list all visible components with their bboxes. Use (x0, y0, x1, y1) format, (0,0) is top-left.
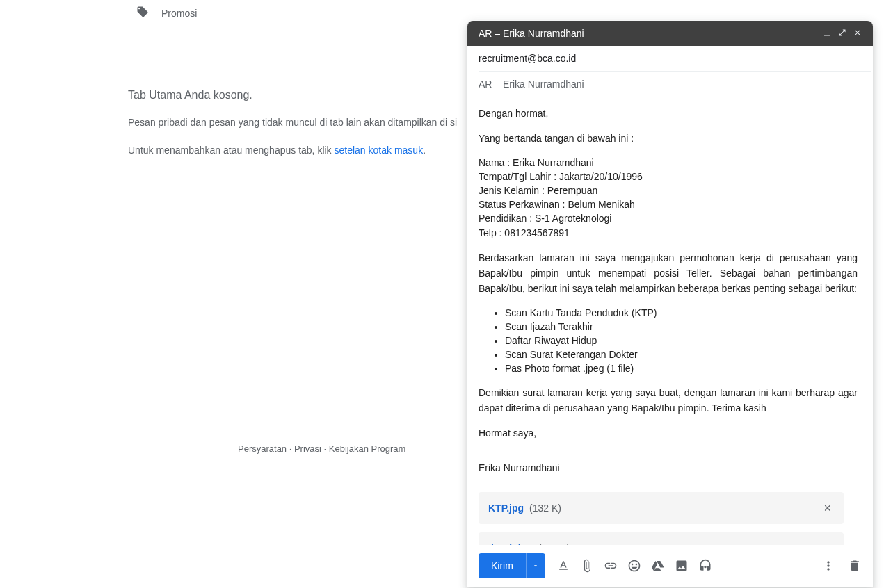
recipients-field[interactable]: recruitment@bca.co.id (479, 46, 871, 72)
message-body[interactable]: Dengan hormat, Yang bertanda tangan di b… (479, 97, 871, 545)
confidential-icon[interactable] (698, 559, 712, 573)
minimize-icon[interactable] (823, 28, 831, 39)
drive-icon[interactable] (651, 559, 665, 573)
compose-toolbar: Kirim (467, 545, 873, 587)
remove-attachment-icon[interactable]: × (821, 542, 834, 545)
image-icon[interactable] (675, 559, 689, 573)
attachment-chip[interactable]: Ijazah.jpg (132 K) × (479, 532, 844, 545)
inbox-settings-link[interactable]: setelan kotak masuk (335, 145, 424, 156)
compose-title: AR – Erika Nurramdhani (479, 28, 584, 39)
tab-promosi[interactable]: Promosi (125, 0, 208, 26)
attachment-item-list: Scan Kartu Tanda Penduduk (KTP) Scan Ija… (505, 306, 858, 375)
compose-window: AR – Erika Nurramdhani recruitment@bca.c… (467, 21, 873, 587)
remove-attachment-icon[interactable]: × (821, 502, 834, 514)
fullscreen-icon[interactable] (838, 28, 846, 39)
attach-icon[interactable] (580, 559, 594, 573)
subject-field[interactable]: AR – Erika Nurramdhani (479, 72, 871, 97)
emoji-icon[interactable] (627, 559, 641, 573)
close-icon[interactable] (853, 28, 862, 39)
tag-icon (136, 6, 149, 20)
more-options-icon[interactable] (821, 559, 835, 573)
tab-label: Promosi (161, 8, 197, 19)
format-icon[interactable] (556, 559, 570, 573)
delete-draft-icon[interactable] (848, 559, 862, 573)
attachments-area: KTP.jpg (132 K) × Ijazah.jpg (132 K) × D… (479, 485, 858, 545)
attachment-chip[interactable]: KTP.jpg (132 K) × (479, 492, 844, 524)
compose-header[interactable]: AR – Erika Nurramdhani (467, 21, 873, 46)
footer-links[interactable]: Persyaratan · Privasi · Kebijakan Progra… (238, 443, 405, 454)
compose-body[interactable]: recruitment@bca.co.id AR – Erika Nurramd… (467, 46, 873, 545)
send-button[interactable]: Kirim (479, 553, 526, 578)
svg-point-0 (704, 566, 706, 568)
send-options-button[interactable] (526, 553, 545, 578)
link-icon[interactable] (604, 559, 618, 573)
